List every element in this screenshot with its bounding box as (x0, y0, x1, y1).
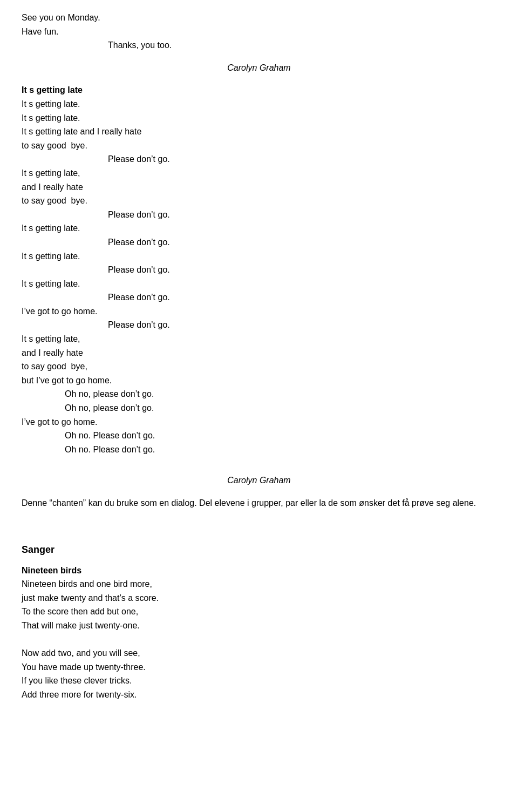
song-line-25: Oh no. Please don’t go. (65, 429, 496, 443)
song2-title: Nineteen birds (22, 564, 496, 578)
song2-verse2-line-4: Add three more for twenty-six. (22, 688, 496, 702)
song-line-9: Please don’t go. (108, 208, 496, 222)
song-line-26: Oh no. Please don’t go. (65, 443, 496, 457)
opening-line-2: Have fun. (22, 25, 496, 39)
opening-line-1: See you on Monday. (22, 11, 496, 25)
song2-verse2-line-1: Now add two, and you will see, (22, 646, 496, 660)
song2-verse2-line-3: If you like these clever tricks. (22, 674, 496, 688)
song-line-2: It s getting late. (22, 111, 496, 125)
song-line-7: and I really hate (22, 180, 496, 194)
song-line-14: It s getting late. (22, 277, 496, 291)
song-line-15: Please don’t go. (108, 290, 496, 304)
page-content: See you on Monday. Have fun. Thanks, you… (22, 11, 496, 702)
song-line-10: It s getting late. (22, 221, 496, 235)
song-line-19: and I really hate (22, 346, 496, 360)
song2-line-3: To the score then add but one, (22, 605, 496, 619)
song-line-17: Please don’t go. (108, 318, 496, 332)
song2-line-1: Nineteen birds and one bird more, (22, 577, 496, 591)
song-title-main: It s getting late (22, 83, 496, 97)
song-line-4: to say good bye. (22, 139, 496, 153)
song-line-13: Please don’t go. (108, 263, 496, 277)
author1: Carolyn Graham (22, 61, 496, 75)
song-line-5: Please don’t go. (108, 152, 496, 166)
song2-line-2: just make twenty and that’s a score. (22, 591, 496, 605)
song-line-23: Oh no, please don’t go. (65, 401, 496, 415)
song-line-21: but I’ve got to go home. (22, 374, 496, 388)
song-line-22: Oh no, please don’t go. (65, 387, 496, 401)
song2-verse2-line-2: You have made up twenty-three. (22, 660, 496, 674)
song-line-20: to say good bye, (22, 360, 496, 374)
song-line-3: It s getting late and I really hate (22, 125, 496, 139)
song-line-11: Please don’t go. (108, 235, 496, 249)
song-line-8: to say good bye. (22, 194, 496, 208)
opening-line-3: Thanks, you too. (108, 38, 496, 52)
song-line-12: It s getting late. (22, 249, 496, 263)
song-line-1: It s getting late. (22, 97, 496, 111)
author2: Carolyn Graham (22, 473, 496, 488)
sanger-heading: Sanger (22, 543, 496, 557)
song-line-16: I’ve got to go home. (22, 304, 496, 319)
song-line-24: I’ve got to go home. (22, 415, 496, 429)
description-text: Denne “chanten” kan du bruke som en dial… (22, 496, 496, 510)
song-line-18: It s getting late, (22, 332, 496, 346)
song-line-6: It s getting late, (22, 166, 496, 180)
song2-line-4: That will make just twenty-one. (22, 619, 496, 633)
